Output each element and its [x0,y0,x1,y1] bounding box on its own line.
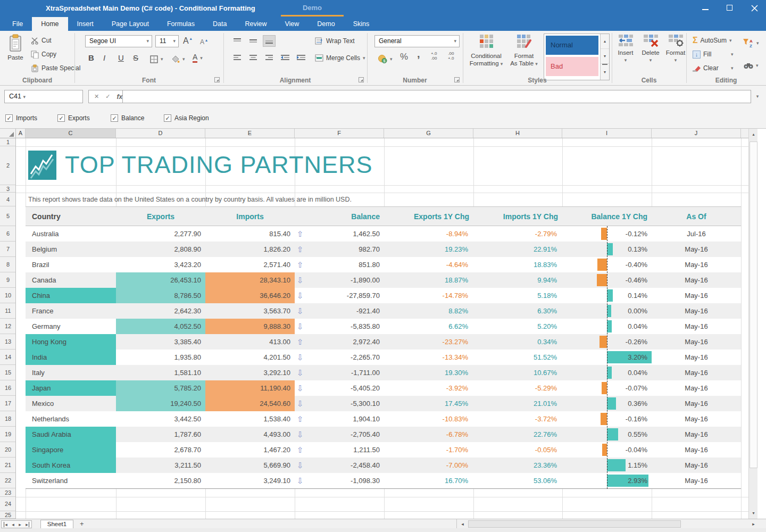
cell-imports[interactable]: 3,292.10 [205,365,295,380]
cell-exports[interactable]: 5,785.20 [116,380,205,396]
align-left-button[interactable] [231,52,244,64]
font-dialog-launcher[interactable] [214,77,220,82]
cell-imports-1y-chg[interactable]: 5.20% [473,319,562,334]
bold-button[interactable]: B [88,52,100,64]
cell-exports[interactable]: 1,787.60 [116,427,205,442]
cell-imports[interactable]: 4,201.50 [205,350,295,365]
row-header-22[interactable]: 22 [0,473,16,488]
cell-imports[interactable]: 1,538.40 [205,411,295,427]
cell-imports[interactable]: 5,669.90 [205,458,295,473]
cell-exports[interactable]: 19,240.50 [116,396,205,411]
cell-balance[interactable]: -5,405.20⇩ [295,380,384,396]
select-all-corner[interactable] [0,129,16,138]
ribbon-tab-insert[interactable]: Insert [68,17,103,31]
column-header-F[interactable]: F [295,129,384,138]
cell-imports-1y-chg[interactable]: 22.76% [473,427,562,442]
align-middle-button[interactable] [247,35,260,47]
cell-exports-1y-chg[interactable]: -23.27% [384,334,473,350]
cell-imports-1y-chg[interactable]: 5.18% [473,288,562,303]
maximize-button[interactable] [721,0,739,16]
cell-exports-1y-chg[interactable]: -13.34% [384,350,473,365]
cell-as-of[interactable]: May-16 [652,411,741,427]
cell-exports-1y-chg[interactable]: -10.83% [384,411,473,427]
decrease-decimal-button[interactable]: .00 +.0 [448,51,454,61]
cell-country[interactable]: Saudi Arabia [26,427,116,442]
increase-decimal-button[interactable]: +.0 .00 [431,51,437,61]
last-sheet-button[interactable]: ▸ [26,522,29,527]
conditional-formatting-button[interactable]: Conditional Formatting ▾ [467,34,505,68]
cell-imports[interactable]: 413.00 [205,334,295,350]
row-header-10[interactable]: 10 [0,288,16,303]
cell-balance[interactable]: -2,458.40⇩ [295,458,384,473]
cell-balance[interactable]: -1,098.30⇩ [295,473,384,488]
cell-imports[interactable]: 3,563.70 [205,303,295,319]
merge-cells-button[interactable]: Merge Cells ▾ [315,52,365,64]
cell-as-of[interactable]: May-16 [652,334,741,350]
cell-balance[interactable]: -27,859.70⇩ [295,288,384,303]
horizontal-scroll-thumb[interactable] [468,520,681,528]
cell-exports-1y-chg[interactable]: 8.82% [384,303,473,319]
cell-exports-1y-chg[interactable]: 19.30% [384,365,473,380]
cell-imports[interactable]: 28,343.10 [205,272,295,288]
ribbon-tab-home[interactable]: Home [32,17,68,31]
minimize-button[interactable] [697,0,715,16]
gallery-up-button[interactable]: ▴ [601,34,609,49]
cell-balance[interactable]: -2,705.40⇩ [295,427,384,442]
cell-exports-1y-chg[interactable]: -1.70% [384,442,473,458]
cell-balance[interactable]: -5,300.10⇩ [295,396,384,411]
column-header-H[interactable]: H [473,129,562,138]
cell-country[interactable]: Canada [26,272,116,288]
cell-as-of[interactable]: May-16 [652,473,741,488]
sheet-grid[interactable]: TOP TRADING PARTNERS This report shows t… [16,138,748,519]
ribbon-tab-data[interactable]: Data [204,17,236,31]
cell-exports-1y-chg[interactable]: 17.45% [384,396,473,411]
vertical-scroll-thumb[interactable] [750,142,757,468]
increase-font-button[interactable]: A▴ [183,35,192,47]
cell-exports[interactable]: 2,678.70 [116,442,205,458]
column-header-G[interactable]: G [384,129,473,138]
checkbox[interactable]: ✓ [111,114,118,122]
format-cells-button[interactable]: Format ▾ [664,34,687,64]
cell-imports-1y-chg[interactable]: 53.06% [473,473,562,488]
cancel-entry-button[interactable]: ✕ [94,93,99,100]
number-format-combo[interactable]: General ▾ [374,35,460,47]
filter-imports[interactable]: ✓Imports [5,114,37,122]
cell-balance[interactable]: 982.70⇧ [295,242,384,257]
cell-imports-1y-chg[interactable]: -5.29% [473,380,562,396]
name-box[interactable]: C41 ▾ [4,90,83,103]
row-header-25[interactable]: 25 [0,511,16,519]
checkbox[interactable]: ✓ [57,114,65,122]
cell-exports-1y-chg[interactable]: -6.78% [384,427,473,442]
ribbon-tab-file[interactable]: File [3,17,32,31]
cell-as-of[interactable]: May-16 [652,427,741,442]
ribbon-tab-review[interactable]: Review [236,17,276,31]
cell-imports[interactable]: 36,646.20 [205,288,295,303]
ribbon-tab-skins[interactable]: Skins [344,17,379,31]
sheet-tab-sheet1[interactable]: Sheet1 [40,520,73,529]
cell-as-of[interactable]: May-16 [652,288,741,303]
strikethrough-button[interactable]: S [133,52,145,64]
fill-button[interactable]: ↓ Fill ▾ [693,48,711,60]
cell-exports-1y-chg[interactable]: 19.23% [384,242,473,257]
cell-imports-1y-chg[interactable]: 21.01% [473,396,562,411]
align-right-button[interactable] [263,52,276,64]
cell-imports-1y-chg[interactable]: -3.72% [473,411,562,427]
cell-exports[interactable]: 1,581.10 [116,365,205,380]
row-header-9[interactable]: 9 [0,272,16,288]
cell-country[interactable]: Germany [26,319,116,334]
cell-as-of[interactable]: May-16 [652,380,741,396]
row-header-12[interactable]: 12 [0,319,16,334]
confirm-entry-button[interactable]: ✓ [105,93,110,100]
align-top-button[interactable] [231,35,244,47]
cell-imports-1y-chg[interactable]: 22.91% [473,242,562,257]
ribbon-tab-page-layout[interactable]: Page Layout [103,17,158,31]
cell-as-of[interactable]: May-16 [652,319,741,334]
cell-imports-1y-chg[interactable]: 9.94% [473,272,562,288]
cell-country[interactable]: Switzerland [26,473,116,488]
paste-button[interactable]: Paste [3,33,28,74]
cell-imports-1y-chg[interactable]: 23.36% [473,458,562,473]
column-header-E[interactable]: E [205,129,295,138]
comma-style-button[interactable]: , [417,48,420,60]
row-header-20[interactable]: 20 [0,442,16,458]
row-header-13[interactable]: 13 [0,334,16,350]
